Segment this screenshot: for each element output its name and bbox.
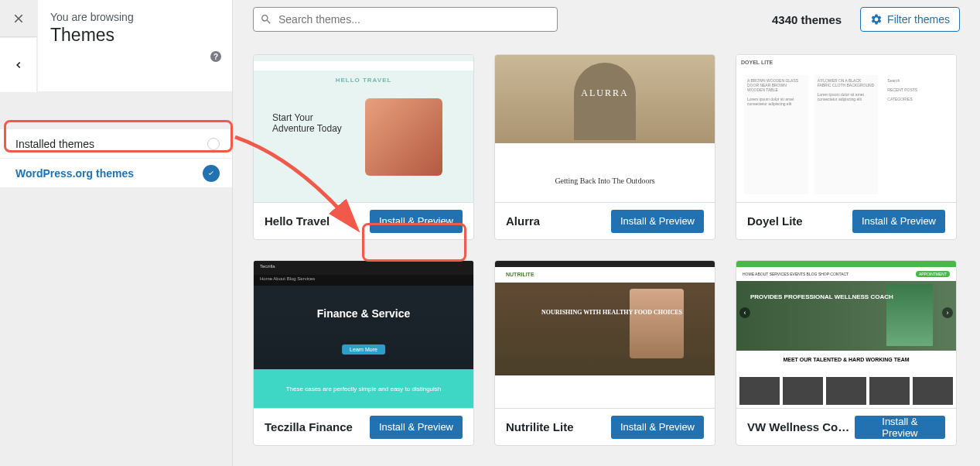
radio-checked-icon: [203, 165, 220, 182]
theme-thumbnail: ALURRA Getting Back Into The Outdoors: [495, 55, 715, 202]
theme-thumbnail: HOME ABOUT SERVICES EVENTS BLOG SHOP CON…: [736, 261, 956, 408]
back-button[interactable]: [0, 37, 37, 92]
theme-name: Nutrilite Lite: [506, 420, 574, 433]
theme-card[interactable]: Teczilla Home About Blog Services Financ…: [253, 260, 474, 446]
install-preview-button[interactable]: Install & Preview: [370, 416, 463, 439]
theme-thumbnail: DOYEL LITE A BROWN WOODEN GLASS DOOR NEA…: [736, 55, 956, 202]
theme-thumbnail: Teczilla Home About Blog Services Financ…: [254, 261, 473, 408]
theme-count: 4340 themes: [772, 13, 842, 26]
help-icon[interactable]: ?: [210, 51, 221, 62]
sidebar-header: You are browsing Themes ?: [37, 0, 232, 92]
theme-name: Hello Travel: [265, 214, 330, 228]
filter-installed-themes[interactable]: Installed themes: [0, 129, 232, 159]
main-content: 4340 themes Filter themes HELLO TRAVEL S…: [233, 0, 980, 466]
theme-name: Alurra: [506, 214, 540, 228]
install-preview-button[interactable]: Install & Preview: [852, 210, 945, 233]
theme-thumbnail: NUTRILITE NOURISHING WITH HEALTHY FOOD C…: [495, 261, 715, 408]
theme-card[interactable]: ALURRA Getting Back Into The Outdoors Al…: [494, 54, 715, 240]
close-button[interactable]: [0, 0, 37, 37]
theme-card[interactable]: NUTRILITE NOURISHING WITH HEALTHY FOOD C…: [494, 260, 715, 446]
install-preview-button[interactable]: Install & Preview: [611, 210, 704, 233]
theme-name: Doyel Lite: [747, 214, 803, 228]
filter-wporg-themes[interactable]: WordPress.org themes: [0, 159, 232, 188]
filter-label: WordPress.org themes: [15, 167, 134, 180]
install-preview-button[interactable]: Install & Preview: [855, 416, 945, 439]
browsing-label: You are browsing: [50, 11, 220, 23]
search-box[interactable]: [253, 7, 558, 32]
themes-grid: HELLO TRAVEL Start Your Adventure Today …: [233, 39, 980, 461]
theme-card[interactable]: HELLO TRAVEL Start Your Adventure Today …: [253, 54, 474, 240]
theme-thumbnail: HELLO TRAVEL Start Your Adventure Today: [254, 55, 473, 202]
search-input[interactable]: [278, 13, 551, 26]
chevron-left-icon: [13, 60, 24, 70]
theme-name: VW Wellness Coach: [747, 420, 855, 433]
toolbar: 4340 themes Filter themes: [233, 0, 980, 39]
customizer-sidebar: You are browsing Themes ? Installed them…: [0, 0, 233, 466]
filter-themes-button[interactable]: Filter themes: [860, 7, 960, 32]
close-icon: [12, 12, 26, 26]
filter-button-label: Filter themes: [887, 13, 950, 26]
install-preview-button[interactable]: Install & Preview: [370, 210, 463, 233]
theme-name: Teczilla Finance: [265, 420, 353, 433]
install-preview-button[interactable]: Install & Preview: [611, 416, 704, 439]
radio-unchecked-icon: [207, 138, 220, 150]
filter-label: Installed themes: [15, 138, 94, 150]
theme-card[interactable]: DOYEL LITE A BROWN WOODEN GLASS DOOR NEA…: [736, 54, 957, 240]
search-icon: [260, 13, 272, 26]
page-title: Themes: [50, 25, 220, 46]
theme-card[interactable]: HOME ABOUT SERVICES EVENTS BLOG SHOP CON…: [736, 260, 957, 446]
gear-icon: [870, 13, 883, 26]
